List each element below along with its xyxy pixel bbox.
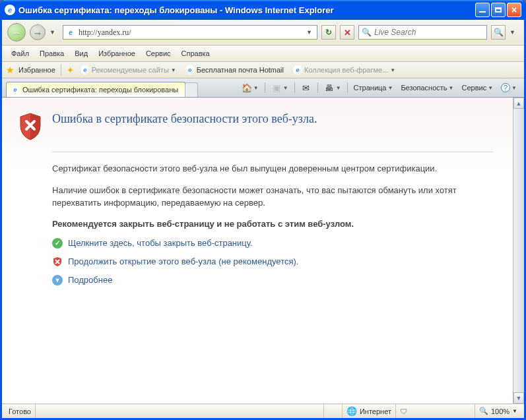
tab-icon: e (11, 85, 20, 94)
url-input[interactable] (79, 28, 304, 38)
shield-mini-icon: 🛡 (400, 407, 407, 415)
cert-error-page: Ошибка в сертификате безопасности этого … (2, 98, 513, 404)
help-icon: ? (501, 83, 510, 92)
help-button[interactable]: ?▼ (498, 81, 520, 94)
favorites-bar: ★ Избранное ✦ e Рекомендуемые сайты ▼ e … (2, 62, 524, 78)
nav-toolbar: ← → ▼ e ▼ ↻ ✕ 🔍 🔍 ▼ (2, 20, 524, 45)
site-icon: e (65, 27, 76, 38)
favorites-star-icon[interactable]: ★ (6, 65, 15, 75)
protected-mode[interactable]: 🛡 (396, 404, 475, 418)
close-button[interactable]: × (507, 3, 521, 17)
ie-icon: e (185, 65, 195, 75)
mail-icon: ✉ (301, 82, 312, 93)
menu-favorites[interactable]: Избранное (94, 48, 139, 59)
zoom-control[interactable]: 🔍 100% ▼ (475, 404, 521, 418)
menu-tools[interactable]: Сервис (142, 48, 175, 59)
web-slices-link[interactable]: e Коллекция веб-фрагме... ▼ (290, 64, 398, 76)
add-favorite-icon[interactable]: ✦ (67, 65, 74, 75)
print-button[interactable]: 🖶▼ (321, 80, 345, 95)
menu-bar: Файл Правка Вид Избранное Сервис Справка (2, 45, 524, 62)
content-area: Ошибка в сертификате безопасности этого … (2, 98, 524, 404)
chevron-down-icon: ▼ (171, 67, 176, 73)
scroll-down-button[interactable]: ▼ (513, 392, 524, 404)
error-title: Ошибка в сертификате безопасности этого … (52, 112, 493, 126)
suggested-sites-link[interactable]: e Рекомендуемые сайты ▼ (78, 64, 179, 76)
error-recommendation: Рекомендуется закрыть веб-страницу и не … (52, 219, 493, 229)
tools-menu[interactable]: Сервис▼ (458, 82, 496, 94)
status-empty-1 (306, 404, 324, 418)
separator (61, 64, 61, 76)
home-icon: 🏠 (242, 82, 252, 93)
forward-button[interactable]: → (30, 24, 46, 40)
window-title: Ошибка сертификата: переходы блокированы… (18, 5, 475, 15)
search-provider-dropdown[interactable]: ▼ (510, 29, 519, 36)
tab-bar: e Ошибка сертификата: переходы блокирова… (2, 78, 524, 98)
ie-icon: e (5, 5, 15, 15)
feeds-button[interactable]: ▣▼ (268, 80, 292, 95)
error-paragraph-1: Сертификат безопасности этого веб-узла н… (52, 163, 493, 175)
zoom-icon: 🔍 (479, 407, 488, 415)
check-icon: ✓ (52, 238, 63, 249)
continue-link[interactable]: Продолжить открытие этого веб-узла (не р… (68, 256, 298, 266)
search-input[interactable] (374, 28, 484, 37)
maximize-button[interactable] (491, 3, 506, 17)
new-tab-button[interactable] (185, 82, 198, 97)
status-text: Готово (5, 404, 36, 418)
favorites-label[interactable]: Избранное (18, 66, 55, 74)
nav-history-dropdown[interactable]: ▼ (49, 29, 59, 36)
ie-icon: e (81, 65, 90, 75)
zone-indicator[interactable]: 🌐 Интернет (343, 404, 396, 418)
active-tab[interactable]: e Ошибка сертификата: переходы блокирова… (6, 82, 185, 97)
scroll-up-button[interactable]: ▲ (513, 98, 524, 109)
rss-icon: ▣ (271, 82, 282, 93)
hotmail-link[interactable]: e Бесплатная почта Hotmail (183, 64, 286, 76)
close-page-link[interactable]: Щелкните здесь, чтобы закрыть веб-страни… (68, 238, 253, 248)
safety-menu[interactable]: Безопасность▼ (397, 82, 457, 94)
minimize-button[interactable] (475, 3, 490, 17)
print-icon: 🖶 (324, 82, 335, 93)
titlebar[interactable]: e Ошибка сертификата: переходы блокирова… (2, 0, 524, 20)
shield-warn-icon (52, 256, 63, 267)
chevron-down-icon: ▼ (512, 408, 517, 414)
status-bar: Готово 🌐 Интернет 🛡 🔍 100% ▼ (2, 404, 524, 418)
ie-icon: e (293, 65, 302, 75)
search-go-button[interactable]: 🔍 (491, 25, 506, 40)
mail-button[interactable]: ✉ (298, 80, 315, 95)
command-bar: 🏠▼ ▣▼ ✉ 🖶▼ Страница▼ Безопасность▼ Серви… (238, 80, 520, 97)
scroll-track[interactable] (513, 109, 524, 392)
error-paragraph-2: Наличие ошибок в сертификате безопасност… (52, 185, 493, 210)
status-empty-2 (324, 404, 343, 418)
menu-help[interactable]: Справка (178, 48, 214, 59)
address-bar[interactable]: e ▼ (63, 25, 317, 40)
stop-button[interactable]: ✕ (340, 25, 354, 40)
page-menu[interactable]: Страница▼ (350, 82, 397, 94)
go-refresh-button[interactable]: ↻ (321, 25, 336, 40)
menu-view[interactable]: Вид (71, 48, 92, 59)
menu-file[interactable]: Файл (7, 48, 33, 59)
shield-error-icon (18, 112, 43, 141)
address-dropdown[interactable]: ▼ (304, 29, 315, 36)
menu-edit[interactable]: Правка (36, 48, 68, 59)
home-button[interactable]: 🏠▼ (238, 80, 262, 95)
back-button[interactable]: ← (7, 23, 26, 42)
browser-window: e Ошибка сертификата: переходы блокирова… (0, 0, 526, 420)
globe-icon: 🌐 (346, 406, 357, 416)
expand-icon: ▼ (52, 275, 63, 285)
tab-title: Ошибка сертификата: переходы блокированы (22, 86, 178, 94)
vertical-scrollbar[interactable]: ▲ ▼ (513, 98, 524, 404)
search-icon: 🔍 (362, 28, 372, 37)
search-box[interactable]: 🔍 (358, 25, 487, 40)
chevron-down-icon: ▼ (390, 67, 395, 73)
divider (52, 152, 493, 152)
more-info-link[interactable]: Подробнее (68, 275, 112, 285)
